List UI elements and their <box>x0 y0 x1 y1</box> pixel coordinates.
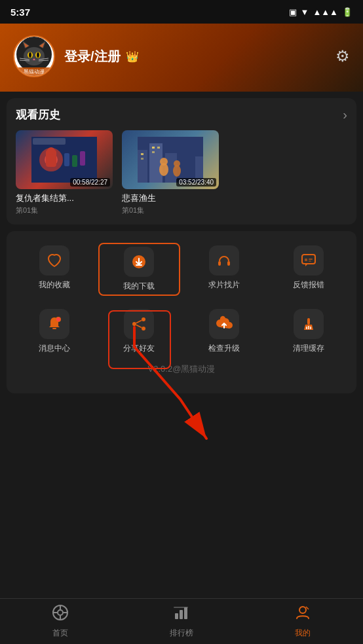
svg-rect-28 <box>180 147 194 183</box>
history-ep-1: 第01集 <box>16 206 113 215</box>
profile-nav-icon <box>294 604 311 625</box>
download-icon <box>130 253 147 270</box>
section-title: 观看历史 <box>16 107 60 122</box>
section-header: 观看历史 › <box>16 107 347 122</box>
history-title-1: 复仇者集结第... <box>16 192 113 204</box>
svg-point-36 <box>160 158 168 166</box>
notification-icon: ▣ <box>289 7 297 17</box>
svg-rect-23 <box>33 138 66 145</box>
status-icons: ▣ ▼ ▲▲▲ 🔋 <box>289 7 353 17</box>
home-nav-icon <box>52 604 69 625</box>
downloads-label: 我的下载 <box>123 281 155 292</box>
history-ep-2: 第01集 <box>122 206 219 215</box>
broom-icon <box>300 315 317 332</box>
profile-nav-label: 我的 <box>295 628 311 639</box>
history-list: 00:58/22:27 复仇者集结第... 第01集 <box>16 130 347 215</box>
svg-rect-34 <box>157 147 160 149</box>
clear-cache-menu-item[interactable]: 清理缓存 <box>268 306 351 357</box>
upgrade-icon-bg <box>209 309 239 339</box>
history-thumb: 03:52/23:40 <box>122 130 219 189</box>
home-nav-label: 首页 <box>52 628 68 639</box>
avatar[interactable]: 黑猫动漫 <box>13 35 55 77</box>
status-time: 5:37 <box>10 7 30 18</box>
nav-home[interactable]: 首页 <box>0 604 121 639</box>
cloud-upgrade-icon <box>216 315 233 332</box>
wifi-icon: ▼ <box>301 7 309 17</box>
svg-point-52 <box>142 327 145 331</box>
share-label: 分享好友 <box>123 343 155 354</box>
favorites-icon-bg <box>39 245 69 276</box>
menu-grid: 我的收藏 我的下载 求片找片 <box>13 243 350 357</box>
svg-rect-32 <box>152 147 155 149</box>
svg-rect-41 <box>218 261 221 266</box>
request-menu-item[interactable]: 求片找片 <box>183 243 265 296</box>
request-label: 求片找片 <box>208 279 240 291</box>
upgrade-menu-item[interactable]: 检查升级 <box>183 306 265 357</box>
svg-rect-20 <box>64 153 69 166</box>
request-icon-bg <box>209 245 239 276</box>
nav-ranking[interactable]: 排行榜 <box>121 604 242 639</box>
profile-info: 登录/注册 👑 <box>64 48 139 65</box>
profile-left: 黑猫动漫 登录/注册 👑 <box>13 35 139 77</box>
history-title-2: 悲喜渔生 <box>122 192 219 204</box>
feedback-icon-bg <box>294 245 324 276</box>
svg-rect-22 <box>80 151 85 166</box>
svg-rect-33 <box>152 151 155 153</box>
svg-rect-69 <box>174 607 188 608</box>
menu-section: 我的收藏 我的下载 求片找片 <box>7 231 356 393</box>
svg-point-50 <box>142 317 145 321</box>
history-arrow-icon[interactable]: › <box>343 107 347 122</box>
svg-rect-21 <box>72 155 77 167</box>
downloads-icon-bg <box>124 247 154 277</box>
svg-point-8 <box>29 52 31 58</box>
messages-icon-bg <box>39 309 69 339</box>
downloads-menu-item[interactable]: 我的下载 <box>98 243 181 296</box>
bottom-nav: 首页 排行榜 我的 <box>0 598 363 644</box>
svg-point-51 <box>132 322 136 326</box>
svg-point-1 <box>24 47 45 65</box>
status-bar: 5:37 ▣ ▼ ▲▲▲ 🔋 <box>0 0 363 24</box>
svg-rect-31 <box>141 158 143 160</box>
feedback-menu-item[interactable]: 反馈报错 <box>268 243 351 296</box>
svg-rect-67 <box>180 610 183 619</box>
profile-name[interactable]: 登录/注册 👑 <box>64 48 139 65</box>
clear-icon-bg <box>294 309 324 339</box>
favorites-menu-item[interactable]: 我的收藏 <box>13 243 96 296</box>
svg-point-19 <box>47 147 55 155</box>
signal-icon: ▲▲▲ <box>313 7 338 17</box>
heart-icon <box>46 252 63 269</box>
nav-profile[interactable]: 我的 <box>242 604 363 639</box>
svg-rect-42 <box>227 261 230 266</box>
history-item[interactable]: 03:52/23:40 悲喜渔生 第01集 <box>122 130 219 215</box>
svg-rect-30 <box>141 153 143 155</box>
svg-rect-68 <box>184 607 187 619</box>
messages-label: 消息中心 <box>39 343 70 354</box>
version-text: V2.0.2@黑猫动漫 <box>13 363 350 375</box>
svg-rect-46 <box>309 260 311 262</box>
timestamp-2: 03:52/23:40 <box>176 178 216 187</box>
history-item[interactable]: 00:58/22:27 复仇者集结第... 第01集 <box>16 130 113 215</box>
share-menu-item[interactable]: 分享好友 <box>98 306 181 357</box>
svg-rect-45 <box>309 259 313 260</box>
svg-line-53 <box>136 321 142 323</box>
header: 黑猫动漫 登录/注册 👑 ⚙ <box>0 24 363 92</box>
avatar-label: 黑猫动漫 <box>14 67 54 76</box>
share-icon <box>130 315 147 332</box>
cat-svg <box>16 37 52 72</box>
crown-icon: 👑 <box>126 50 139 63</box>
settings-icon[interactable]: ⚙ <box>335 47 350 65</box>
feedback-label: 反馈报错 <box>293 279 324 291</box>
svg-point-70 <box>299 607 306 613</box>
battery-icon: 🔋 <box>342 7 353 17</box>
ranking-nav-icon <box>173 604 190 625</box>
bell-icon <box>46 315 63 332</box>
svg-point-9 <box>37 52 39 58</box>
share-icon-bg <box>124 309 154 339</box>
clear-label: 清理缓存 <box>293 343 324 354</box>
svg-rect-66 <box>175 613 178 619</box>
headphones-icon <box>216 252 233 269</box>
watch-history-section: 观看历史 › <box>7 98 356 224</box>
svg-point-49 <box>56 317 60 321</box>
timestamp-1: 00:58/22:27 <box>70 178 110 187</box>
messages-menu-item[interactable]: 消息中心 <box>13 306 96 357</box>
